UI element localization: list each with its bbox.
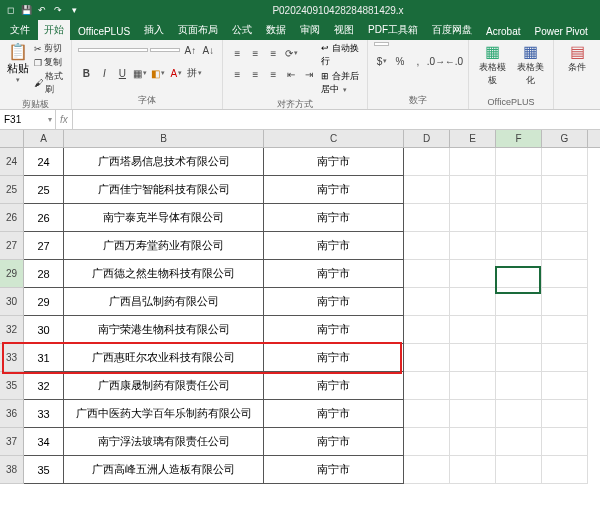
cell-empty[interactable] [542, 176, 588, 204]
cell-empty[interactable] [542, 288, 588, 316]
align-left-button[interactable]: ≡ [229, 66, 245, 82]
grid-body[interactable]: 2424广西塔易信息技术有限公司南宁市2525广西佳宁智能科技有限公司南宁市26… [0, 148, 600, 484]
redo-icon[interactable]: ↷ [52, 4, 64, 16]
cell[interactable]: 南宁市 [264, 204, 404, 232]
align-middle-button[interactable]: ≡ [247, 45, 263, 61]
decrease-font-button[interactable]: A↓ [200, 42, 216, 58]
cell-empty[interactable] [542, 148, 588, 176]
tab-文件[interactable]: 文件 [4, 20, 36, 40]
col-header-F[interactable]: F [496, 130, 542, 147]
cell[interactable]: 南宁市 [264, 316, 404, 344]
row-header-24[interactable]: 24 [0, 148, 24, 176]
cell-empty[interactable] [542, 344, 588, 372]
cell-empty[interactable] [450, 176, 496, 204]
row-header-25[interactable]: 25 [0, 176, 24, 204]
align-top-button[interactable]: ≡ [229, 45, 245, 61]
tab-审阅[interactable]: 审阅 [294, 20, 326, 40]
cell-empty[interactable] [450, 400, 496, 428]
cell[interactable]: 35 [24, 456, 64, 484]
tab-数据[interactable]: 数据 [260, 20, 292, 40]
tab-Acrobat[interactable]: Acrobat [480, 23, 526, 40]
cell[interactable]: 南宁荣港生物科技有限公司 [64, 316, 264, 344]
row-header-33[interactable]: 33 [0, 344, 24, 372]
cell-empty[interactable] [404, 372, 450, 400]
cell[interactable]: 广西塔易信息技术有限公司 [64, 148, 264, 176]
cell-empty[interactable] [496, 456, 542, 484]
col-header-B[interactable]: B [64, 130, 264, 147]
tab-百度网盘[interactable]: 百度网盘 [426, 20, 478, 40]
cell[interactable]: 广西中医药大学百年乐制药有限公司 [64, 400, 264, 428]
cut-button[interactable]: ✂剪切 [34, 42, 66, 55]
cell-empty[interactable] [496, 148, 542, 176]
row-header-29[interactable]: 29 [0, 260, 24, 288]
autosave-icon[interactable]: ◻ [4, 4, 16, 16]
table-beautify-button[interactable]: ▦表格美化 [513, 42, 547, 87]
copy-button[interactable]: ❐复制 [34, 56, 66, 69]
cell[interactable]: 26 [24, 204, 64, 232]
align-center-button[interactable]: ≡ [247, 66, 263, 82]
cell[interactable]: 24 [24, 148, 64, 176]
cell[interactable]: 南宁市 [264, 428, 404, 456]
cell[interactable]: 30 [24, 316, 64, 344]
conditional-format-button[interactable]: ▤条件 [560, 42, 594, 74]
paste-button[interactable]: 📋 粘贴 ▾ [6, 42, 30, 84]
cell-empty[interactable] [450, 148, 496, 176]
cell-empty[interactable] [404, 260, 450, 288]
tab-开始[interactable]: 开始 [38, 20, 70, 40]
cell[interactable]: 广西康晟制药有限责任公司 [64, 372, 264, 400]
row-header-32[interactable]: 32 [0, 316, 24, 344]
cell-empty[interactable] [496, 176, 542, 204]
col-header-E[interactable]: E [450, 130, 496, 147]
fx-icon[interactable]: fx [60, 114, 68, 125]
cell[interactable]: 南宁泰克半导体有限公司 [64, 204, 264, 232]
cell[interactable]: 南宁市 [264, 260, 404, 288]
cell-empty[interactable] [496, 400, 542, 428]
inc-decimal-button[interactable]: .0→ [428, 53, 444, 69]
cell-empty[interactable] [404, 288, 450, 316]
cell-empty[interactable] [404, 428, 450, 456]
cell-empty[interactable] [542, 372, 588, 400]
tab-视图[interactable]: 视图 [328, 20, 360, 40]
cell[interactable]: 25 [24, 176, 64, 204]
cell[interactable]: 南宁浮法玻璃有限责任公司 [64, 428, 264, 456]
cell-empty[interactable] [496, 372, 542, 400]
cell-empty[interactable] [404, 232, 450, 260]
cell[interactable]: 南宁市 [264, 176, 404, 204]
cell-empty[interactable] [404, 204, 450, 232]
cell[interactable]: 广西佳宁智能科技有限公司 [64, 176, 264, 204]
orientation-button[interactable]: ⟳▾ [283, 45, 299, 61]
cell[interactable]: 南宁市 [264, 372, 404, 400]
cell[interactable]: 南宁市 [264, 148, 404, 176]
cell[interactable]: 南宁市 [264, 232, 404, 260]
currency-button[interactable]: $▾ [374, 53, 390, 69]
indent-inc-button[interactable]: ⇥ [301, 66, 317, 82]
cell-empty[interactable] [450, 428, 496, 456]
cell[interactable]: 南宁市 [264, 456, 404, 484]
table-template-button[interactable]: ▦表格模板 [475, 42, 509, 87]
row-header-36[interactable]: 36 [0, 400, 24, 428]
col-header-C[interactable]: C [264, 130, 404, 147]
underline-button[interactable]: U [114, 65, 130, 81]
percent-button[interactable]: % [392, 53, 408, 69]
cell-empty[interactable] [450, 344, 496, 372]
cell-empty[interactable] [450, 316, 496, 344]
cell[interactable]: 32 [24, 372, 64, 400]
col-header-D[interactable]: D [404, 130, 450, 147]
col-header-G[interactable]: G [542, 130, 588, 147]
cell[interactable]: 29 [24, 288, 64, 316]
align-bottom-button[interactable]: ≡ [265, 45, 281, 61]
cell-empty[interactable] [496, 344, 542, 372]
bold-button[interactable]: B [78, 65, 94, 81]
cell[interactable]: 31 [24, 344, 64, 372]
tab-插入[interactable]: 插入 [138, 20, 170, 40]
tab-页面布局[interactable]: 页面布局 [172, 20, 224, 40]
wrap-text-button[interactable]: ↩ 自动换行 [321, 42, 361, 68]
cell[interactable]: 广西昌弘制药有限公司 [64, 288, 264, 316]
cell[interactable]: 广西德之然生物科技有限公司 [64, 260, 264, 288]
cell-empty[interactable] [542, 456, 588, 484]
fill-color-button[interactable]: ◧▾ [150, 65, 166, 81]
cell-empty[interactable] [450, 232, 496, 260]
cell[interactable]: 28 [24, 260, 64, 288]
cell-empty[interactable] [450, 260, 496, 288]
increase-font-button[interactable]: A↑ [182, 42, 198, 58]
